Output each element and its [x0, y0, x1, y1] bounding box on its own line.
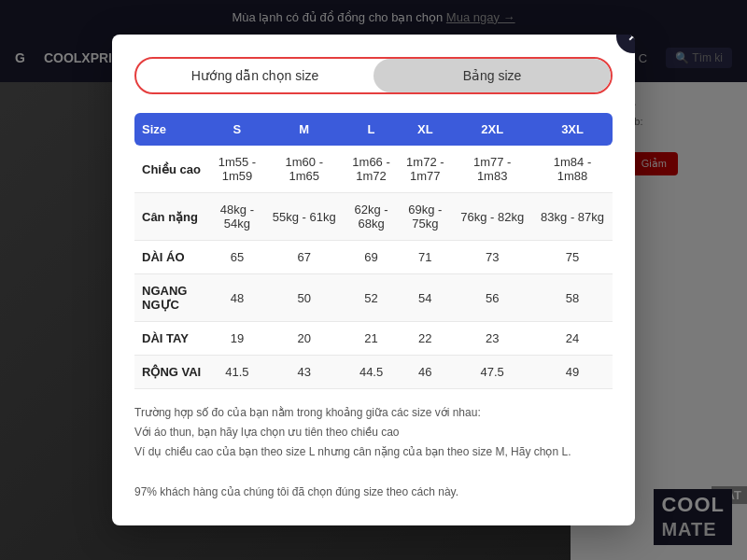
row-label: NGANG NGỰC	[134, 274, 210, 322]
col-l: L	[345, 113, 399, 146]
table-header: Size S M L XL 2XL 3XL	[134, 113, 613, 146]
cell-value: 76kg - 82kg	[452, 193, 532, 241]
col-m: M	[264, 113, 345, 146]
cell-value: 24	[532, 322, 613, 356]
cell-value: 48kg - 54kg	[210, 193, 264, 241]
row-label: RỘNG VAI	[134, 356, 210, 389]
cell-value: 65	[210, 241, 264, 274]
size-table: Size S M L XL 2XL 3XL Chiều cao1m55 - 1m…	[134, 113, 613, 389]
cell-value: 83kg - 87kg	[532, 193, 613, 241]
table-row: DÀI ÁO656769717375	[134, 241, 613, 274]
table-row: Chiều cao1m55 - 1m591m60 - 1m651m66 - 1m…	[134, 146, 613, 193]
row-label: DÀI TAY	[134, 322, 210, 356]
size-guide-modal: × Hướng dẫn chọn size Bảng size Size S M…	[112, 35, 635, 525]
cell-value: 1m55 - 1m59	[210, 146, 264, 193]
size-notes: Trường hợp số đo của bạn nằm trong khoản…	[134, 404, 613, 501]
cell-value: 1m84 - 1m88	[532, 146, 613, 193]
cell-value: 23	[452, 322, 532, 356]
table-row: Cân nặng48kg - 54kg55kg - 61kg62kg - 68k…	[134, 193, 613, 241]
cell-value: 21	[345, 322, 399, 356]
cell-value: 62kg - 68kg	[345, 193, 399, 241]
cell-value: 73	[452, 241, 532, 274]
header-row: Size S M L XL 2XL 3XL	[134, 113, 613, 146]
cell-value: 56	[452, 274, 532, 322]
cell-value: 22	[398, 322, 452, 356]
tab-guide[interactable]: Hướng dẫn chọn size	[136, 59, 374, 92]
tab-size-chart[interactable]: Bảng size	[374, 59, 611, 92]
row-label: Chiều cao	[134, 146, 210, 193]
table-row: DÀI TAY192021222324	[134, 322, 613, 356]
note-2: Với áo thun, bạn hãy lựa chọn ưu tiên th…	[134, 424, 613, 441]
cell-value: 1m66 - 1m72	[345, 146, 399, 193]
col-size: Size	[134, 113, 210, 146]
cell-value: 44.5	[345, 356, 399, 389]
cell-value: 55kg - 61kg	[264, 193, 345, 241]
cell-value: 58	[532, 274, 613, 322]
note-4	[134, 464, 613, 482]
modal-overlay: × Hướng dẫn chọn size Bảng size Size S M…	[0, 0, 747, 560]
note-1: Trường hợp số đo của bạn nằm trong khoản…	[134, 404, 613, 422]
cell-value: 75	[532, 241, 613, 274]
row-label: Cân nặng	[134, 193, 210, 241]
note-3: Ví dụ chiều cao của bạn theo size L nhưn…	[134, 443, 613, 461]
cell-value: 20	[264, 322, 345, 356]
cell-value: 49	[532, 356, 613, 389]
row-label: DÀI ÁO	[134, 241, 210, 274]
cell-value: 46	[398, 356, 452, 389]
cell-value: 71	[398, 241, 452, 274]
table-row: NGANG NGỰC485052545658	[134, 274, 613, 322]
table-body: Chiều cao1m55 - 1m591m60 - 1m651m66 - 1m…	[134, 146, 613, 389]
cell-value: 19	[210, 322, 264, 356]
cell-value: 67	[264, 241, 345, 274]
cell-value: 43	[264, 356, 345, 389]
cell-value: 1m77 - 1m83	[452, 146, 532, 193]
cell-value: 50	[264, 274, 345, 322]
cell-value: 69	[345, 241, 399, 274]
cell-value: 1m72 - 1m77	[398, 146, 452, 193]
cell-value: 1m60 - 1m65	[264, 146, 345, 193]
cell-value: 41.5	[210, 356, 264, 389]
note-5: 97% khách hàng của chúng tôi đã chọn đún…	[134, 483, 613, 501]
close-button[interactable]: ×	[616, 35, 635, 53]
col-xl: XL	[398, 113, 452, 146]
cell-value: 48	[210, 274, 264, 322]
col-s: S	[210, 113, 264, 146]
col-3xl: 3XL	[532, 113, 613, 146]
table-row: RỘNG VAI41.54344.54647.549	[134, 356, 613, 389]
col-2xl: 2XL	[452, 113, 532, 146]
tab-container: Hướng dẫn chọn size Bảng size	[134, 57, 613, 94]
cell-value: 69kg - 75kg	[398, 193, 452, 241]
cell-value: 52	[345, 274, 399, 322]
cell-value: 47.5	[452, 356, 532, 389]
cell-value: 54	[398, 274, 452, 322]
